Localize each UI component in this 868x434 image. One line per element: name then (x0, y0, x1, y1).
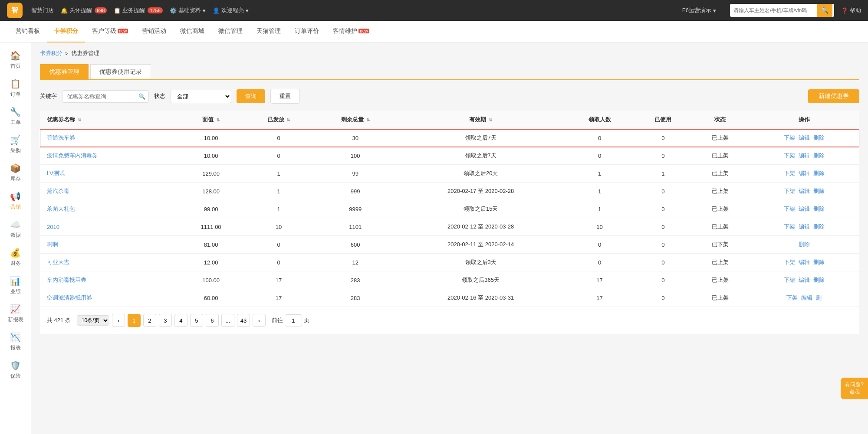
cell-issued: 17 (243, 289, 314, 307)
action-下架[interactable]: 下架 (784, 258, 795, 266)
page-btn-43[interactable]: 43 (237, 314, 250, 327)
sidebar-item-new-report[interactable]: 📈 新报表 (0, 300, 31, 328)
sidebar-item-data[interactable]: ☁️ 数据 (0, 215, 31, 243)
coupon-name-link[interactable]: 2010 (47, 224, 59, 230)
action-删除[interactable]: 删除 (813, 134, 825, 142)
sidebar-item-marketing[interactable]: 📢 营销 (0, 187, 31, 215)
tab-coupon-manage[interactable]: 优惠券管理 (40, 64, 89, 79)
action-删除[interactable]: 删除 (813, 276, 825, 284)
coupon-name-link[interactable]: 空调滤清器抵用券 (47, 294, 92, 301)
sidebar-item-workorder[interactable]: 🔧 工单 (0, 102, 31, 131)
coupon-name-link[interactable]: 可业大吉 (47, 259, 69, 265)
action-下架[interactable]: 下架 (784, 187, 795, 195)
sidebar-item-insurance[interactable]: 🛡️ 保险 (0, 356, 31, 384)
action-删除[interactable]: 删除 (813, 170, 825, 177)
action-下架[interactable]: 下架 (784, 276, 795, 284)
business-nav[interactable]: 📋 业务提醒 1758 (114, 7, 162, 14)
tab-order-review[interactable]: 订单评价 (288, 21, 326, 42)
help-bubble[interactable]: 有问题? 点我 (841, 378, 868, 399)
action-删除[interactable]: 删除 (799, 241, 810, 248)
tab-customer-level[interactable]: 客户等级 new (85, 21, 135, 42)
finance-icon: 💰 (10, 248, 21, 258)
query-button[interactable]: 查询 (237, 89, 265, 103)
action-编辑[interactable]: 编辑 (799, 134, 810, 142)
f6-nav[interactable]: F6运营演示 ▾ (682, 7, 716, 14)
per-page-select[interactable]: 10条/页 20条/页 50条/页 (77, 315, 109, 326)
settings-nav[interactable]: ⚙️ 基础资料 ▾ (170, 7, 206, 14)
home-icon: 🏠 (10, 50, 21, 61)
reset-button[interactable]: 重置 (270, 89, 300, 104)
cell-receivers: 1 (565, 200, 635, 218)
performance-icon: 📊 (10, 276, 21, 286)
action-下架[interactable]: 下架 (784, 152, 795, 160)
user-nav[interactable]: 👤 欢迎程亮 ▾ (213, 7, 249, 14)
tab-customer-care[interactable]: 客情维护 new (326, 21, 376, 42)
action-删除[interactable]: 删除 (813, 152, 825, 160)
status-select[interactable]: 全部 已上架 已下架 (171, 90, 231, 103)
tab-marketing-activity[interactable]: 营销活动 (135, 21, 173, 42)
action-编辑[interactable]: 编辑 (799, 223, 810, 231)
action-下架[interactable]: 下架 (784, 223, 795, 231)
coupon-table-wrapper: 优惠券名称 ⇅ 面值 ⇅ 已发放 ⇅ 剩余总量 (40, 111, 859, 334)
cell-issued: 0 (243, 129, 314, 147)
sidebar-item-purchase[interactable]: 🛒 采购 (0, 131, 31, 159)
page-btn-4[interactable]: 4 (174, 314, 187, 327)
help-button[interactable]: ❓ 帮助 (841, 7, 861, 14)
cell-remaining: 1101 (314, 218, 397, 236)
notification-nav[interactable]: 🔔 关怀提醒 698 (61, 7, 107, 14)
tab-wechat-mall[interactable]: 微信商城 (173, 21, 211, 42)
action-编辑[interactable]: 编辑 (799, 187, 810, 195)
sidebar-item-inventory[interactable]: 📦 库存 (0, 159, 31, 187)
tab-coupon-history[interactable]: 优惠券使用记录 (90, 64, 151, 79)
page-goto-input[interactable] (285, 314, 302, 326)
action-编辑[interactable]: 编辑 (799, 205, 810, 213)
tab-card-points[interactable]: 卡券积分 (47, 21, 85, 42)
action-links: 下架编辑删 (753, 294, 855, 302)
page-btn-5[interactable]: 5 (190, 314, 203, 327)
coupon-name-link[interactable]: 车内消毒抵用券 (47, 277, 86, 283)
sidebar-item-home[interactable]: 🏠 首页 (0, 46, 31, 74)
sidebar-item-finance[interactable]: 💰 财务 (0, 243, 31, 271)
page-btn-3[interactable]: 3 (159, 314, 172, 327)
action-下架[interactable]: 下架 (784, 134, 795, 142)
action-删除[interactable]: 删除 (813, 258, 825, 266)
coupon-name-link[interactable]: 杀菌大礼包 (47, 206, 75, 212)
page-btn-6[interactable]: 6 (206, 314, 219, 327)
action-删[interactable]: 删 (816, 294, 822, 302)
action-编辑[interactable]: 编辑 (799, 258, 810, 266)
action-编辑[interactable]: 编辑 (799, 152, 810, 160)
search-button[interactable]: 🔍 (817, 4, 832, 17)
table-row: 车内消毒抵用券 100.00 17 283 领取之后365天 17 0 已上架 … (40, 271, 859, 289)
coupon-name-link[interactable]: LV测试 (47, 170, 65, 176)
page-btn-2[interactable]: 2 (143, 314, 156, 327)
coupon-name-link[interactable]: 啊啊 (47, 241, 58, 248)
tab-wechat-manage[interactable]: 微信管理 (211, 21, 250, 42)
tab-tmall-manage[interactable]: 天猫管理 (250, 21, 288, 42)
coupon-name-link[interactable]: 普通洗车券 (47, 134, 75, 141)
sidebar-item-report[interactable]: 📉 报表 (0, 328, 31, 356)
next-page-button[interactable]: › (253, 314, 266, 327)
action-删除[interactable]: 删除 (813, 205, 825, 213)
action-编辑[interactable]: 编辑 (799, 276, 810, 284)
cell-receivers: 17 (565, 289, 635, 307)
sidebar-item-performance[interactable]: 📊 业绩 (0, 271, 31, 300)
tab-marketing-dashboard[interactable]: 营销看板 (9, 21, 47, 42)
top-navbar: 智 智慧门店 🔔 关怀提醒 698 📋 业务提醒 1758 ⚙️ 基础资料 ▾ … (0, 0, 868, 21)
action-下架[interactable]: 下架 (784, 170, 795, 177)
new-coupon-button[interactable]: 新建优惠券 (808, 89, 859, 103)
action-下架[interactable]: 下架 (786, 294, 798, 302)
action-删除[interactable]: 删除 (813, 223, 825, 231)
cell-status: 已上架 (692, 183, 749, 200)
search-input[interactable] (730, 7, 817, 13)
coupon-name-link[interactable]: 疫情免费车内消毒券 (47, 152, 98, 159)
action-下架[interactable]: 下架 (784, 205, 795, 213)
keyword-input[interactable] (62, 90, 149, 103)
action-编辑[interactable]: 编辑 (801, 294, 812, 302)
prev-page-button[interactable]: ‹ (112, 314, 125, 327)
page-btn-1[interactable]: 1 (128, 314, 141, 327)
coupon-name-link[interactable]: 蒸汽杀毒 (47, 188, 69, 194)
action-编辑[interactable]: 编辑 (799, 170, 810, 177)
sidebar-item-order[interactable]: 📋 订单 (0, 74, 31, 102)
action-删除[interactable]: 删除 (813, 187, 825, 195)
cell-name: 蒸汽杀毒 (40, 183, 178, 200)
